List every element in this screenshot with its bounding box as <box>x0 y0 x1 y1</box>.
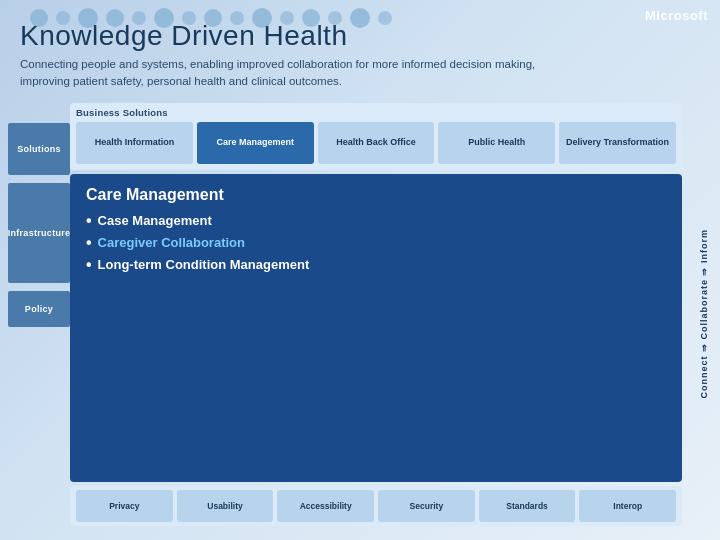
business-solutions-label: Business Solutions <box>76 107 676 118</box>
policy-tab-usability[interactable]: Usability <box>177 490 274 522</box>
tab-delivery-transformation[interactable]: Delivery Transformation <box>559 122 676 164</box>
tab-care-management[interactable]: Care Management <box>197 122 314 164</box>
infrastructure-label: Infrastructure <box>8 183 70 283</box>
care-list-item-caregiver: Caregiver Collaboration <box>86 234 666 252</box>
main-container: Knowledge Driven Health Connecting peopl… <box>0 0 720 540</box>
solutions-label: Solutions <box>8 123 70 175</box>
care-list-item-case-management: Case Management <box>86 212 666 230</box>
tab-health-back-office[interactable]: Health Back Office <box>318 122 435 164</box>
policy-tab-interop[interactable]: Interop <box>579 490 676 522</box>
page-title: Knowledge Driven Health <box>20 20 700 52</box>
policy-tab-accessibility[interactable]: Accessibility <box>277 490 374 522</box>
policy-tab-privacy[interactable]: Privacy <box>76 490 173 522</box>
connect-label: Connect ⇒ Collaborate ⇒ Inform <box>699 229 709 399</box>
care-management-title: Care Management <box>86 186 666 204</box>
header: Knowledge Driven Health Connecting peopl… <box>0 12 720 97</box>
right-label-container: Connect ⇒ Collaborate ⇒ Inform <box>690 107 718 523</box>
bs-tabs-container: Health Information Care Management Healt… <box>76 122 676 164</box>
policy-row: Privacy Usability Accessibility Security… <box>70 486 682 526</box>
business-solutions-section: Business Solutions Health Information Ca… <box>70 103 682 170</box>
care-management-content: Care Management Case Management Caregive… <box>70 174 682 483</box>
tab-public-health[interactable]: Public Health <box>438 122 555 164</box>
row-labels: Solutions Infrastructure Policy <box>8 103 70 527</box>
care-list-item-longterm: Long-term Condition Management <box>86 256 666 274</box>
page-subtitle: Connecting people and systems, enabling … <box>20 56 580 91</box>
policy-label: Policy <box>8 291 70 327</box>
policy-tab-security[interactable]: Security <box>378 490 475 522</box>
content-area: Solutions Infrastructure Policy Business… <box>0 97 720 533</box>
policy-tab-standards[interactable]: Standards <box>479 490 576 522</box>
main-grid: Business Solutions Health Information Ca… <box>70 103 712 527</box>
tab-health-information[interactable]: Health Information <box>76 122 193 164</box>
care-management-list: Case Management Caregiver Collaboration … <box>86 212 666 274</box>
